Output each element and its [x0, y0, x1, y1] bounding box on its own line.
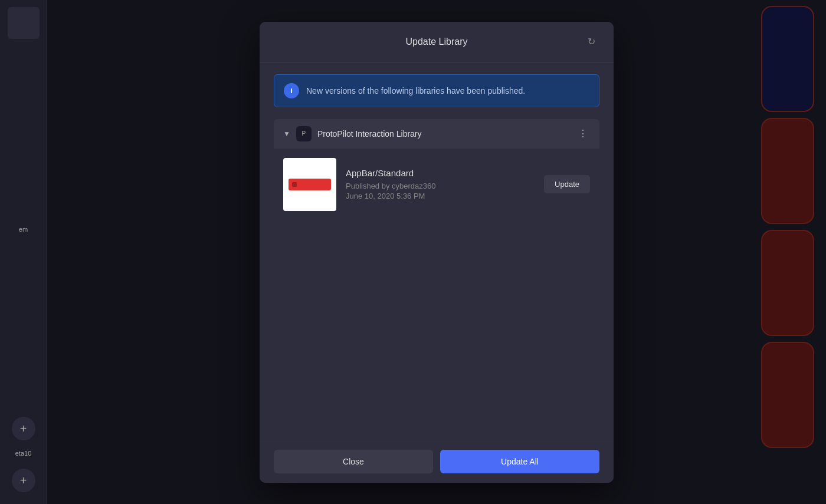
left-sidebar: em + eta10 + — [0, 0, 47, 504]
library-more-button[interactable]: ⋮ — [576, 128, 590, 139]
component-thumbnail-dot — [292, 182, 297, 187]
component-info: AppBar/Standard Published by cyberdaz360… — [346, 168, 535, 200]
info-banner: i New versions of the following librarie… — [274, 74, 599, 107]
library-header[interactable]: ▼ P ProtoPilot Interaction Library ⋮ — [274, 119, 599, 149]
component-name: AppBar/Standard — [346, 168, 535, 178]
modal-title: Update Library — [290, 37, 583, 47]
add-page-button-1[interactable]: + — [12, 417, 35, 440]
sidebar-page-label-1: em — [19, 226, 28, 235]
info-icon: i — [284, 83, 299, 98]
canvas-area: Update Library ↻ i New versions of the f… — [47, 0, 826, 504]
refresh-button[interactable]: ↻ — [583, 34, 599, 50]
chevron-down-icon: ▼ — [283, 130, 290, 138]
refresh-icon: ↻ — [588, 36, 595, 47]
modal-header: Update Library ↻ — [260, 22, 614, 62]
add-page-button-2[interactable]: + — [12, 469, 35, 492]
modal-body: i New versions of the following librarie… — [260, 62, 614, 440]
modal-overlay: Update Library ↻ i New versions of the f… — [47, 0, 826, 504]
library-section: ▼ P ProtoPilot Interaction Library ⋮ — [274, 119, 599, 220]
close-button[interactable]: Close — [274, 450, 433, 473]
info-banner-text: New versions of the following libraries … — [306, 86, 525, 95]
update-library-modal: Update Library ↻ i New versions of the f… — [260, 22, 614, 483]
component-date: June 10, 2020 5:36 PM — [346, 192, 535, 200]
update-component-button[interactable]: Update — [544, 175, 590, 193]
library-name: ProtoPilot Interaction Library — [317, 129, 570, 139]
sidebar-thumbnail — [8, 7, 40, 39]
library-avatar: P — [296, 126, 312, 141]
modal-footer: Close Update All — [260, 440, 614, 483]
component-thumbnail-inner — [289, 179, 331, 190]
more-vert-icon: ⋮ — [578, 129, 588, 139]
component-publisher: Published by cyberdaz360 — [346, 182, 535, 190]
update-all-button[interactable]: Update All — [440, 450, 599, 473]
component-thumbnail — [283, 158, 336, 211]
component-item: AppBar/Standard Published by cyberdaz360… — [274, 149, 599, 220]
sidebar-page-label-2: eta10 — [15, 450, 32, 459]
